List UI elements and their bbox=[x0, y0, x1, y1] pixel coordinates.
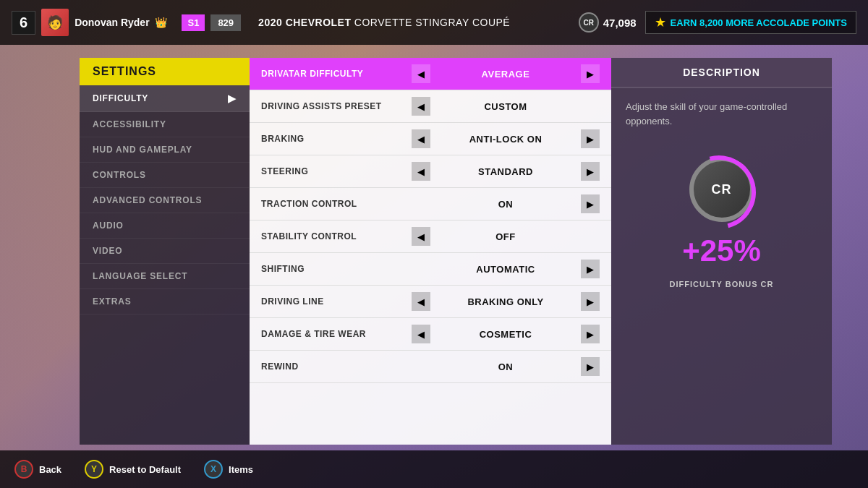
option-label: TRACTION CONTROL bbox=[261, 199, 412, 209]
sidebar-item-hud-and-gameplay[interactable]: HUD AND GAMEPLAY bbox=[80, 137, 250, 163]
option-value: AVERAGE bbox=[430, 69, 581, 80]
items-label: Items bbox=[229, 464, 253, 475]
reset-action[interactable]: Y Reset to Default bbox=[85, 460, 181, 479]
option-label: STEERING bbox=[261, 166, 412, 176]
option-row-rewind[interactable]: REWIND ON ▶ bbox=[250, 351, 611, 383]
option-row-drivatar-difficulty[interactable]: DRIVATAR DIFFICULTY ◀ AVERAGE ▶ bbox=[250, 58, 611, 90]
options-rows-container: DRIVATAR DIFFICULTY ◀ AVERAGE ▶ DRIVING … bbox=[250, 58, 611, 383]
cr-icon: CR bbox=[579, 12, 599, 33]
option-label: REWIND bbox=[261, 361, 412, 372]
sidebar-item-controls[interactable]: CONTROLS bbox=[80, 163, 250, 188]
menu-item-label: ADVANCED CONTROLS bbox=[93, 195, 202, 205]
option-label: SHIFTING bbox=[261, 264, 412, 274]
option-value: ON bbox=[430, 199, 581, 210]
option-label: DRIVING LINE bbox=[261, 296, 412, 307]
bonus-label: DIFFICULTY BONUS CR bbox=[670, 280, 774, 288]
option-value: COSMETIC bbox=[430, 329, 581, 340]
option-value: BRAKING ONLY bbox=[430, 296, 581, 307]
desc-body: Adjust the skill of your game-controlled… bbox=[611, 88, 832, 300]
left-arrow-icon[interactable]: ◀ bbox=[412, 64, 430, 83]
option-label: DAMAGE & TIRE WEAR bbox=[261, 329, 412, 339]
right-arrow-icon[interactable]: ▶ bbox=[581, 292, 600, 311]
car-title: 2020 CHEVROLET CORVETTE STINGRAY COUPÉ bbox=[258, 17, 510, 28]
option-value: STANDARD bbox=[430, 166, 581, 177]
back-label: Back bbox=[39, 464, 61, 475]
right-arrow-icon[interactable]: ▶ bbox=[581, 162, 600, 181]
option-row-driving-assists-preset[interactable]: DRIVING ASSISTS PRESET ◀ CUSTOM bbox=[250, 90, 611, 123]
bonus-percent: +25% bbox=[682, 234, 761, 268]
option-value: AUTOMATIC bbox=[430, 264, 581, 275]
sidebar-item-accessibility[interactable]: ACCESSIBILITY bbox=[80, 112, 250, 137]
top-bar: 6 🧑 Donovan Ryder 👑 S1 829 2020 CHEVROLE… bbox=[0, 0, 868, 45]
option-row-shifting[interactable]: SHIFTING AUTOMATIC ▶ bbox=[250, 253, 611, 286]
option-label: STABILITY CONTROL bbox=[261, 231, 412, 241]
avatar: 🧑 bbox=[41, 9, 69, 36]
right-arrow-icon[interactable]: ▶ bbox=[581, 357, 600, 376]
option-row-stability-control[interactable]: STABILITY CONTROL ◀ OFF bbox=[250, 221, 611, 253]
main-content: SETTINGS DIFFICULTY▶ACCESSIBILITYHUD AND… bbox=[80, 58, 832, 445]
option-value: ANTI-LOCK ON bbox=[430, 134, 581, 145]
option-row-braking[interactable]: BRAKING ◀ ANTI-LOCK ON ▶ bbox=[250, 123, 611, 155]
menu-item-label: VIDEO bbox=[93, 246, 122, 256]
option-value: OFF bbox=[430, 231, 581, 242]
player-rank: 6 bbox=[12, 11, 35, 35]
menu-item-label: DIFFICULTY bbox=[93, 93, 148, 103]
menu-items-container: DIFFICULTY▶ACCESSIBILITYHUD AND GAMEPLAY… bbox=[80, 85, 250, 314]
star-icon: ★ bbox=[655, 14, 666, 30]
settings-header: SETTINGS bbox=[80, 58, 250, 85]
option-row-driving-line[interactable]: DRIVING LINE ◀ BRAKING ONLY ▶ bbox=[250, 286, 611, 318]
option-label: DRIVATAR DIFFICULTY bbox=[261, 69, 412, 79]
back-button-icon[interactable]: B bbox=[14, 460, 33, 479]
menu-item-label: EXTRAS bbox=[93, 296, 131, 307]
back-action[interactable]: B Back bbox=[14, 460, 61, 479]
items-button-icon[interactable]: X bbox=[204, 460, 223, 479]
left-arrow-icon[interactable]: ◀ bbox=[412, 129, 430, 148]
option-row-traction-control[interactable]: TRACTION CONTROL ON ▶ bbox=[250, 188, 611, 221]
top-right: CR 47,098 ★ EARN 8,200 MORE ACCOLADE POI… bbox=[579, 11, 856, 34]
sidebar-item-language-select[interactable]: LANGUAGE SELECT bbox=[80, 264, 250, 289]
desc-text: Adjust the skill of your game-controlled… bbox=[626, 100, 817, 128]
option-label: DRIVING ASSISTS PRESET bbox=[261, 101, 412, 111]
sidebar-item-difficulty[interactable]: DIFFICULTY▶ bbox=[80, 85, 250, 112]
accolade-section: ★ EARN 8,200 MORE ACCOLADE POINTS bbox=[645, 11, 856, 34]
player-name: Donovan Ryder 👑 bbox=[75, 17, 167, 28]
desc-header: DESCRIPTION bbox=[611, 58, 832, 88]
option-value: ON bbox=[430, 361, 581, 372]
right-arrow-icon[interactable]: ▶ bbox=[581, 64, 600, 83]
menu-item-label: CONTROLS bbox=[93, 170, 146, 180]
left-arrow-icon[interactable]: ◀ bbox=[412, 325, 430, 343]
option-value: CUSTOM bbox=[430, 101, 581, 112]
bottom-bar: B Back Y Reset to Default X Items bbox=[0, 450, 868, 488]
sidebar-item-extras[interactable]: EXTRAS bbox=[80, 289, 250, 314]
cr-amount: 47,098 bbox=[603, 17, 637, 29]
left-arrow-icon[interactable]: ◀ bbox=[412, 162, 430, 181]
left-arrow-icon[interactable]: ◀ bbox=[412, 97, 430, 116]
cr-balance: CR 47,098 bbox=[579, 12, 637, 33]
description-panel: DESCRIPTION Adjust the skill of your gam… bbox=[611, 58, 832, 445]
cr-badge-section: CR +25% DIFFICULTY BONUS CR bbox=[626, 157, 817, 288]
crown-icon: 👑 bbox=[155, 17, 167, 28]
option-label: BRAKING bbox=[261, 134, 412, 144]
right-arrow-icon[interactable]: ▶ bbox=[581, 325, 600, 343]
menu-item-label: AUDIO bbox=[93, 221, 124, 231]
reset-label: Reset to Default bbox=[109, 464, 181, 475]
left-arrow-icon[interactable]: ◀ bbox=[412, 292, 430, 311]
option-row-steering[interactable]: STEERING ◀ STANDARD ▶ bbox=[250, 155, 611, 188]
settings-panel: SETTINGS DIFFICULTY▶ACCESSIBILITYHUD AND… bbox=[80, 58, 250, 445]
sidebar-item-advanced-controls[interactable]: ADVANCED CONTROLS bbox=[80, 188, 250, 213]
cr-badge: CR bbox=[689, 157, 754, 222]
left-arrow-icon[interactable]: ◀ bbox=[412, 227, 430, 246]
accolade-text: EARN 8,200 MORE ACCOLADE POINTS bbox=[671, 17, 847, 28]
sidebar-item-audio[interactable]: AUDIO bbox=[80, 213, 250, 239]
menu-item-label: HUD AND GAMEPLAY bbox=[93, 145, 192, 155]
reset-button-icon[interactable]: Y bbox=[85, 460, 103, 479]
right-arrow-icon[interactable]: ▶ bbox=[581, 129, 600, 148]
sidebar-item-video[interactable]: VIDEO bbox=[80, 239, 250, 264]
option-row-damage--tire-wear[interactable]: DAMAGE & TIRE WEAR ◀ COSMETIC ▶ bbox=[250, 318, 611, 351]
menu-item-label: ACCESSIBILITY bbox=[93, 119, 166, 129]
season-badge: S1 bbox=[182, 14, 205, 31]
right-arrow-icon[interactable]: ▶ bbox=[581, 194, 600, 213]
right-arrow-icon[interactable]: ▶ bbox=[581, 260, 600, 278]
menu-item-label: LANGUAGE SELECT bbox=[93, 271, 187, 281]
items-action[interactable]: X Items bbox=[204, 460, 253, 479]
